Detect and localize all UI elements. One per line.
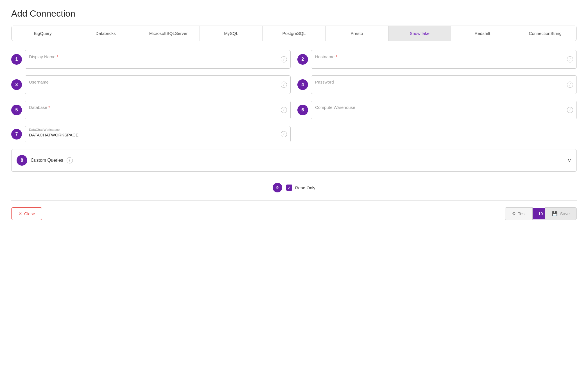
tab-redshift[interactable]: Redshift <box>451 26 514 41</box>
password-label: Password <box>315 80 334 84</box>
tab-bigquery[interactable]: BigQuery <box>12 26 74 41</box>
save-button[interactable]: 💾 Save <box>545 207 577 220</box>
username-label: Username <box>29 80 49 84</box>
compute-warehouse-label: Compute Warehouse <box>315 105 355 110</box>
custom-queries-info-icon[interactable]: i <box>67 157 73 163</box>
read-only-checkbox[interactable]: ✓ <box>286 185 292 191</box>
step-badge-6: 6 <box>297 105 308 115</box>
footer-actions: ✕ Close ⚙ Test 10 💾 Save <box>11 204 577 220</box>
datachat-workspace-value: DATACHATWORKSPACE <box>29 132 78 137</box>
compute-warehouse-info-icon[interactable]: i <box>567 107 573 113</box>
hostname-field-wrapper: Hostname * i <box>311 50 577 69</box>
save-button-wrapper: 10 💾 Save <box>533 207 577 220</box>
compute-warehouse-input[interactable] <box>315 110 565 115</box>
tab-databricks[interactable]: Databricks <box>74 26 137 41</box>
tab-mysql[interactable]: MySQL <box>200 26 263 41</box>
custom-queries-section: 8 Custom Queries i ∨ <box>11 149 577 172</box>
custom-queries-left: 8 Custom Queries i <box>17 155 73 166</box>
close-x-icon: ✕ <box>18 211 22 216</box>
custom-queries-header: 8 Custom Queries i ∨ <box>12 149 576 171</box>
step-badge-5: 5 <box>11 105 22 115</box>
display-name-label: Display Name * <box>29 54 58 59</box>
datachat-workspace-floating-label: DataChat Workspace <box>29 128 60 131</box>
step-badge-7: 7 <box>11 129 22 140</box>
step-badge-9: 9 <box>273 183 282 192</box>
datachat-workspace-row: 7 DataChat Workspace DATACHATWORKSPACE i <box>11 126 294 142</box>
password-info-icon[interactable]: i <box>567 82 573 88</box>
display-name-input[interactable] <box>29 59 279 64</box>
right-actions: ⚙ Test 10 💾 Save <box>505 207 577 220</box>
tab-presto[interactable]: Presto <box>325 26 388 41</box>
hostname-label: Hostname * <box>315 54 337 59</box>
connection-tabs: BigQuery Databricks MicrosoftSQLServer M… <box>11 26 577 41</box>
step-badge-2: 2 <box>297 54 308 65</box>
close-label: Close <box>24 211 35 216</box>
compute-warehouse-field-wrapper: Compute Warehouse i <box>311 101 577 119</box>
step-badge-1: 1 <box>11 54 22 65</box>
hostname-info-icon[interactable]: i <box>567 56 573 62</box>
hostname-input[interactable] <box>315 59 565 64</box>
step-badge-3: 3 <box>11 79 22 90</box>
step-badge-10: 10 <box>533 208 545 219</box>
step-badge-4: 4 <box>297 79 308 90</box>
footer-divider <box>11 200 577 201</box>
database-field-wrapper: Database * i <box>25 101 291 119</box>
page-title: Add Connection <box>11 8 577 19</box>
test-button[interactable]: ⚙ Test <box>505 207 533 220</box>
tab-microsoftsqlserver[interactable]: MicrosoftSQLServer <box>137 26 200 41</box>
read-only-label: Read Only <box>295 185 315 190</box>
close-button[interactable]: ✕ Close <box>11 207 42 220</box>
test-label: Test <box>518 211 526 216</box>
database-info-icon[interactable]: i <box>281 107 287 113</box>
tab-connectionstring[interactable]: ConnectionString <box>514 26 576 41</box>
database-input[interactable] <box>29 110 279 115</box>
display-name-info-icon[interactable]: i <box>281 56 287 62</box>
password-field-wrapper: Password i <box>311 75 577 94</box>
database-label: Database * <box>29 105 50 110</box>
custom-queries-chevron-icon[interactable]: ∨ <box>567 157 571 164</box>
read-only-row: 9 ✓ Read Only <box>11 178 577 197</box>
username-info-icon[interactable]: i <box>281 82 287 88</box>
username-field-wrapper: Username i <box>25 75 291 94</box>
gear-icon: ⚙ <box>512 211 516 216</box>
tab-snowflake[interactable]: Snowflake <box>388 26 451 41</box>
save-icon: 💾 <box>552 211 558 216</box>
step-badge-8: 8 <box>17 155 27 166</box>
custom-queries-title: Custom Queries <box>31 158 63 163</box>
tab-postgresql[interactable]: PostgreSQL <box>263 26 325 41</box>
username-input[interactable] <box>29 85 279 89</box>
datachat-workspace-field-wrapper: DataChat Workspace DATACHATWORKSPACE i <box>25 126 291 142</box>
datachat-workspace-info-icon[interactable]: i <box>281 131 287 137</box>
save-label: Save <box>560 211 570 216</box>
password-input[interactable] <box>315 85 565 89</box>
display-name-field-wrapper: Display Name * i <box>25 50 291 69</box>
read-only-checkbox-wrapper: ✓ Read Only <box>286 185 315 191</box>
